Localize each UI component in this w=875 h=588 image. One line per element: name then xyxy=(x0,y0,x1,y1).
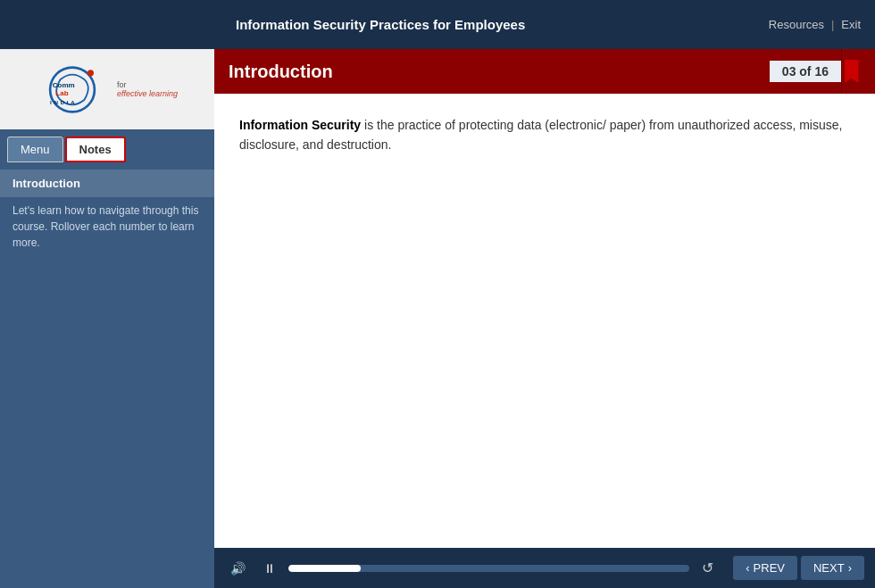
header-divider: | xyxy=(831,18,834,31)
resources-link[interactable]: Resources xyxy=(769,18,824,31)
volume-icon: 🔊 xyxy=(230,561,246,576)
replay-button[interactable]: ↺ xyxy=(696,556,719,580)
pause-icon: ⏸ xyxy=(263,561,276,576)
slide-body: Information Security is the practice of … xyxy=(214,94,875,548)
content-area: Introduction 03 of 16 Information Securi… xyxy=(214,49,875,588)
header-actions: Resources | Exit xyxy=(769,18,861,31)
slide-title: Introduction xyxy=(229,62,333,82)
logo-for-text: for xyxy=(117,80,127,89)
tab-notes[interactable]: Notes xyxy=(65,137,126,162)
logo-area: Comm Lab INDIA for effective learning xyxy=(0,49,214,129)
main-layout: Comm Lab INDIA for effective learning Me… xyxy=(0,49,875,588)
slide-content: Information Security is the practice of … xyxy=(239,115,850,155)
svg-text:Lab: Lab xyxy=(55,88,68,96)
prev-arrow-icon: ‹ xyxy=(746,561,749,575)
nav-description: Let's learn how to navigate through this… xyxy=(0,197,214,260)
logo-text-area: for effective learning xyxy=(117,80,178,98)
next-button[interactable]: NEXT › xyxy=(801,556,864,580)
svg-text:INDIA: INDIA xyxy=(50,99,77,105)
exit-link[interactable]: Exit xyxy=(841,18,861,31)
prev-label: PREV xyxy=(754,561,785,575)
sidebar: Comm Lab INDIA for effective learning Me… xyxy=(0,49,214,588)
logo-effective: effective learning xyxy=(117,89,178,98)
slide-bookmark xyxy=(841,49,861,94)
course-title: Information Security Practices for Emplo… xyxy=(236,17,525,32)
replay-icon: ↺ xyxy=(702,560,713,576)
logo-tagline: effective learning xyxy=(117,89,178,98)
prev-button[interactable]: ‹ PREV xyxy=(733,556,797,580)
slide-counter: 03 of 16 xyxy=(770,61,841,82)
bookmark-icon xyxy=(845,60,859,83)
commlab-logo-svg: Comm Lab INDIA xyxy=(37,61,108,119)
bottom-controls: 🔊 ⏸ ↺ ‹ PREV NEXT › xyxy=(214,548,875,588)
volume-button[interactable]: 🔊 xyxy=(225,558,251,579)
svg-text:Comm: Comm xyxy=(53,80,75,88)
tab-bar: Menu Notes xyxy=(0,129,214,162)
nav-item-introduction[interactable]: Introduction xyxy=(0,170,214,197)
pause-button[interactable]: ⏸ xyxy=(258,558,281,579)
tab-menu[interactable]: Menu xyxy=(7,137,63,162)
logo-container: Comm Lab INDIA for effective learning xyxy=(37,61,178,119)
slide-header: Introduction 03 of 16 xyxy=(214,49,875,94)
progress-bar-container[interactable] xyxy=(288,565,689,572)
next-label: NEXT xyxy=(813,561,845,575)
top-header: Information Security Practices for Emplo… xyxy=(0,0,875,49)
nav-buttons: ‹ PREV NEXT › xyxy=(733,556,864,580)
slide-bold-text: Information Security xyxy=(239,118,361,132)
svg-point-1 xyxy=(88,70,94,76)
next-arrow-icon: › xyxy=(848,561,852,575)
progress-bar-fill xyxy=(288,565,361,572)
sidebar-nav: Introduction Let's learn how to navigate… xyxy=(0,162,214,267)
